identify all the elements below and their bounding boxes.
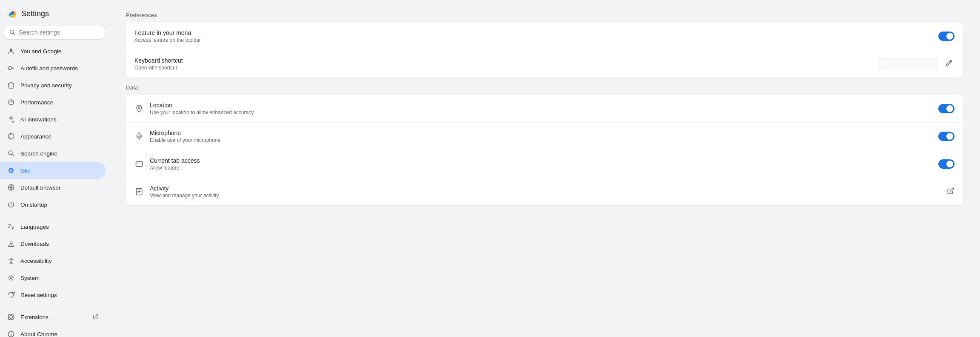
feature-in-menu-toggle[interactable] bbox=[938, 32, 954, 41]
about-icon bbox=[7, 330, 15, 337]
microphone-icon bbox=[134, 132, 144, 141]
sidebar-label: AI innovations bbox=[20, 116, 57, 123]
tab-access-row: Current tab access Allow feature bbox=[126, 150, 963, 178]
ai-icon bbox=[7, 115, 15, 124]
shield-icon bbox=[7, 81, 15, 89]
sidebar-item-search-engine[interactable]: Search engine bbox=[0, 145, 106, 162]
keyboard-shortcut-row: Keyboard shortcut Open with shortcut bbox=[126, 50, 963, 78]
svg-point-6 bbox=[8, 133, 14, 139]
shortcut-input[interactable] bbox=[878, 58, 937, 70]
svg-rect-16 bbox=[138, 133, 140, 137]
sidebar-item-extensions[interactable]: Extensions bbox=[0, 308, 106, 325]
tab-access-toggle[interactable] bbox=[938, 159, 954, 169]
location-title: Location bbox=[150, 102, 932, 109]
sidebar-label: Search engine bbox=[20, 150, 57, 157]
svg-point-5 bbox=[8, 66, 11, 70]
sidebar-label: Extensions bbox=[20, 314, 49, 320]
activity-subtitle: View and manage your activity bbox=[150, 193, 941, 199]
microphone-subtitle: Enable use of your microphone bbox=[150, 137, 932, 143]
sidebar-item-appearance[interactable]: Appearance bbox=[0, 128, 106, 145]
sidebar-label: Languages bbox=[20, 224, 49, 230]
sidebar-item-ai[interactable]: AI innovations bbox=[0, 111, 106, 128]
sidebar-item-system[interactable]: System bbox=[0, 269, 106, 286]
key-icon bbox=[7, 64, 15, 72]
data-section-title: Data bbox=[126, 84, 963, 91]
svg-line-8 bbox=[12, 154, 14, 156]
sidebar-label: System bbox=[20, 275, 40, 281]
sidebar-item-performance[interactable]: Performance bbox=[0, 94, 106, 111]
glic-icon bbox=[7, 166, 15, 175]
search-bar[interactable] bbox=[3, 26, 106, 39]
sidebar-label: Downloads bbox=[20, 241, 49, 247]
location-icon bbox=[134, 104, 144, 113]
microphone-toggle[interactable] bbox=[938, 132, 954, 141]
microphone-title: Microphone bbox=[150, 130, 932, 136]
keyboard-shortcut-subtitle: Open with shortcut bbox=[134, 65, 872, 71]
sidebar-item-on-startup[interactable]: On startup bbox=[0, 196, 106, 213]
sidebar-label: Autofill and passwords bbox=[20, 65, 78, 72]
svg-point-15 bbox=[138, 107, 140, 108]
svg-line-3 bbox=[13, 33, 14, 35]
location-row: Location Use your location to allow enha… bbox=[126, 95, 963, 123]
sidebar-label: Reset settings bbox=[20, 292, 57, 298]
svg-point-14 bbox=[11, 332, 11, 333]
startup-icon bbox=[7, 200, 15, 209]
sidebar-item-languages[interactable]: Languages bbox=[0, 218, 106, 235]
sidebar-item-reset-settings[interactable]: Reset settings bbox=[0, 286, 106, 303]
sidebar-item-default-browser[interactable]: Default browser bbox=[0, 179, 106, 196]
external-link-indicator bbox=[93, 314, 99, 321]
sidebar-label: Appearance bbox=[20, 133, 51, 140]
sidebar-item-about-chrome[interactable]: About Chrome bbox=[0, 325, 106, 337]
sidebar-title: Settings bbox=[21, 9, 49, 18]
preferences-card: Feature in your menu Access feature on t… bbox=[126, 23, 963, 78]
activity-icon bbox=[134, 187, 144, 196]
performance-icon bbox=[7, 98, 15, 107]
sidebar-label: Privacy and security bbox=[20, 82, 72, 89]
edit-icon bbox=[945, 59, 953, 67]
sidebar-label: Glic bbox=[20, 167, 30, 174]
svg-rect-17 bbox=[136, 161, 143, 167]
sidebar-label: On startup bbox=[20, 202, 47, 208]
svg-point-12 bbox=[10, 277, 12, 279]
extensions-icon bbox=[7, 313, 15, 321]
feature-in-menu-row: Feature in your menu Access feature on t… bbox=[126, 23, 963, 50]
tab-access-title: Current tab access bbox=[150, 157, 932, 164]
appearance-icon bbox=[7, 132, 15, 141]
microphone-row: Microphone Enable use of your microphone bbox=[126, 123, 963, 150]
sidebar-item-downloads[interactable]: Downloads bbox=[0, 235, 106, 252]
sidebar-item-accessibility[interactable]: Accessibility bbox=[0, 252, 106, 269]
search-icon bbox=[9, 29, 15, 36]
reset-icon bbox=[7, 291, 15, 299]
svg-point-11 bbox=[11, 258, 12, 259]
sidebar-label: Performance bbox=[20, 99, 53, 106]
sidebar-item-privacy[interactable]: Privacy and security bbox=[0, 77, 106, 94]
tab-icon bbox=[134, 159, 144, 169]
sidebar-item-you-and-google[interactable]: You and Google bbox=[0, 43, 106, 60]
search-engine-icon bbox=[7, 149, 15, 158]
svg-point-1 bbox=[10, 12, 14, 15]
activity-external-link-icon bbox=[947, 187, 954, 196]
data-card: Location Use your location to allow enha… bbox=[126, 95, 963, 205]
chrome-logo bbox=[7, 9, 17, 19]
accessibility-icon bbox=[7, 256, 15, 265]
feature-in-menu-title: Feature in your menu bbox=[134, 29, 932, 36]
browser-icon bbox=[7, 183, 15, 192]
sidebar-label: Default browser bbox=[20, 184, 61, 191]
system-icon bbox=[7, 274, 15, 282]
sidebar-label: You and Google bbox=[20, 48, 61, 55]
sidebar-item-glic[interactable]: Glic bbox=[0, 162, 106, 179]
downloads-icon bbox=[7, 239, 15, 248]
sidebar-label: About Chrome bbox=[20, 331, 57, 337]
svg-point-4 bbox=[10, 49, 12, 51]
location-toggle[interactable] bbox=[938, 104, 954, 113]
languages-icon bbox=[7, 222, 15, 231]
location-subtitle: Use your location to allow enhanced accu… bbox=[150, 109, 932, 115]
activity-row[interactable]: Activity View and manage your activity bbox=[126, 178, 963, 205]
feature-in-menu-subtitle: Access feature on the toolbar bbox=[134, 37, 932, 43]
tab-access-subtitle: Allow feature bbox=[150, 165, 932, 171]
svg-point-9 bbox=[9, 168, 14, 173]
edit-shortcut-button[interactable] bbox=[943, 58, 954, 70]
svg-rect-18 bbox=[136, 189, 142, 195]
search-input[interactable] bbox=[19, 29, 100, 36]
sidebar-item-autofill[interactable]: Autofill and passwords bbox=[0, 60, 106, 77]
